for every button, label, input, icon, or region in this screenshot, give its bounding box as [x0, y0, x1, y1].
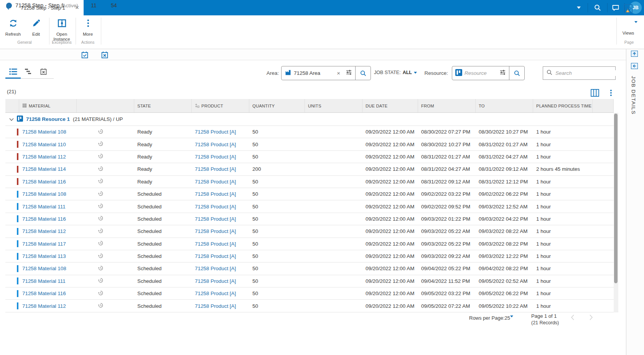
cell [305, 238, 362, 250]
cell [77, 163, 134, 175]
product-link[interactable]: 71258 Product [A] [195, 204, 236, 210]
group-resource-link[interactable]: 71258 Resource 1 [26, 116, 70, 122]
collapse-panel-icon[interactable] [631, 63, 638, 69]
column-header-material[interactable]: MATERIAL [19, 99, 77, 112]
table-row[interactable]: 71258 Material 112Ready71258 Product [A]… [5, 151, 614, 163]
group-row[interactable]: 71258 Resource 1(21 MATERIALS) / UP [5, 113, 614, 126]
product-link[interactable]: 71258 Product [A] [195, 303, 236, 309]
to-cell: 09/02/2022 06:22 PM [476, 188, 533, 200]
column-header-quantity[interactable]: QUANTITY [249, 99, 305, 112]
views-button[interactable] [624, 4, 632, 13]
group-expand-icon[interactable] [9, 116, 14, 123]
column-header-planned-process-time[interactable]: PLANNED PROCESS TIME [533, 99, 593, 112]
table-row[interactable]: 71258 Material 108Scheduled71258 Product… [5, 263, 614, 275]
material-link[interactable]: 71258 Material 111 [22, 204, 66, 210]
material-link[interactable]: 71258 Material 116 [22, 291, 66, 296]
material-link[interactable]: 71258 Material 116 [22, 216, 66, 222]
search-icon[interactable] [593, 3, 602, 12]
scrollbar-thumb[interactable] [614, 114, 618, 283]
material-link[interactable]: 71258 Material 113 [22, 253, 66, 259]
resource-search-button[interactable] [509, 66, 524, 80]
material-link[interactable]: 71258 Material 108 [22, 129, 66, 135]
calendar-view-tab[interactable] [39, 67, 48, 76]
column-chooser-icon[interactable] [590, 88, 600, 98]
table-row[interactable]: 71258 Material 117Scheduled71258 Product… [5, 238, 614, 250]
grid-search-box[interactable] [543, 66, 616, 80]
edit-button[interactable]: Edit [26, 18, 46, 37]
resource-combo[interactable] [452, 66, 525, 80]
resource-input[interactable] [464, 70, 496, 76]
job-details-panel-title: JOB DETAILS [631, 76, 636, 115]
resource-filter-sliders-icon[interactable] [496, 69, 509, 77]
cell [305, 126, 362, 138]
chevron-down-icon[interactable] [574, 3, 583, 12]
material-link[interactable]: 71258 Material 112 [22, 303, 66, 309]
table-row[interactable]: 71258 Material 113Scheduled71258 Product… [5, 250, 614, 263]
column-header-units[interactable]: UNITS [305, 99, 362, 112]
material-link[interactable]: 71258 Material 114 [22, 166, 66, 172]
gantt-view-tab[interactable] [24, 67, 33, 76]
area-filter-sliders-icon[interactable] [343, 69, 355, 77]
area-combo[interactable]: × [281, 66, 371, 80]
table-row[interactable]: 71258 Material 116Ready71258 Product [A]… [5, 176, 614, 188]
area-search-button[interactable] [355, 66, 371, 80]
product-link[interactable]: 71258 Product [A] [195, 228, 236, 234]
area-input[interactable] [294, 70, 334, 76]
open-panel-icon[interactable] [631, 51, 638, 57]
table-row[interactable]: 71258 Material 114Ready71258 Product [A]… [5, 163, 614, 175]
resource-icon [452, 69, 464, 78]
product-link[interactable]: 71258 Product [A] [195, 142, 236, 147]
material-link[interactable]: 71258 Material 116 [22, 179, 66, 185]
list-view-tab[interactable] [8, 67, 18, 76]
table-row[interactable]: 71258 Material 112Scheduled71258 Product… [5, 300, 614, 312]
product-link[interactable]: 71258 Product [A] [195, 191, 236, 197]
table-row[interactable]: 71258 Material 112Scheduled71258 Product… [5, 225, 614, 238]
column-header-state[interactable]: STATE [134, 99, 192, 112]
grid-menu-icon[interactable] [606, 88, 616, 98]
product-link[interactable]: 71258 Product [A] [195, 179, 236, 185]
material-link[interactable]: 71258 Material 112 [22, 228, 66, 234]
grid-search-input[interactable] [555, 70, 623, 76]
material-link[interactable]: 71258 Material 111 [22, 278, 66, 284]
rows-per-page-caret-icon[interactable] [510, 317, 513, 324]
material-link[interactable]: 71258 Material 112 [22, 154, 66, 160]
product-link[interactable]: 71258 Product [A] [195, 266, 236, 271]
column-header-product[interactable]: PRODUCT [192, 99, 249, 112]
state-color-bar [17, 178, 18, 185]
material-link[interactable]: 71258 Material 108 [22, 266, 66, 271]
table-row[interactable]: 71258 Material 116Scheduled71258 Product… [5, 213, 614, 225]
table-row[interactable]: 71258 Material 111Scheduled71258 Product… [5, 275, 614, 287]
quantity-cell: 50 [249, 176, 305, 188]
product-link[interactable]: 71258 Product [A] [195, 129, 236, 135]
next-page-icon[interactable] [588, 314, 595, 321]
quantity-cell: 50 [249, 151, 305, 163]
table-row[interactable]: 71258 Material 108Ready71258 Product [A]… [5, 126, 614, 138]
product-link[interactable]: 71258 Product [A] [195, 253, 236, 259]
column-header-from[interactable]: FROM [418, 99, 476, 112]
pencil-icon [31, 18, 41, 30]
material-link[interactable]: 71258 Material 117 [22, 241, 66, 247]
product-link[interactable]: 71258 Product [A] [195, 154, 236, 160]
material-link[interactable]: 71258 Material 110 [22, 142, 66, 147]
product-link[interactable]: 71258 Product [A] [195, 216, 236, 222]
job-state-filter[interactable]: JOB STATE: ALL [374, 70, 417, 75]
table-row[interactable]: 71258 Material 116Scheduled71258 Product… [5, 287, 614, 300]
product-link[interactable]: 71258 Product [A] [195, 291, 236, 296]
product-link[interactable]: 71258 Product [A] [195, 241, 236, 247]
column-header-due-date[interactable]: DUE DATE [362, 99, 418, 112]
prev-page-icon[interactable] [569, 314, 576, 321]
refresh-button[interactable]: Refresh [3, 18, 23, 37]
product-link[interactable]: 71258 Product [A] [195, 166, 236, 172]
views-dropdown-icon[interactable] [634, 23, 637, 30]
clear-area-icon[interactable]: × [334, 70, 343, 76]
product-link[interactable]: 71258 Product [A] [195, 278, 236, 284]
material-link[interactable]: 71258 Material 108 [22, 191, 66, 197]
open-instance-button[interactable]: Open Instance [49, 18, 74, 41]
rows-per-page[interactable]: Rows per Page:25 [469, 315, 510, 321]
messages-icon[interactable] [611, 3, 620, 12]
more-button[interactable]: More [78, 18, 98, 37]
table-row[interactable]: 71258 Material 108Scheduled71258 Product… [5, 188, 614, 200]
table-row[interactable]: 71258 Material 110Ready71258 Product [A]… [5, 138, 614, 150]
table-row[interactable]: 71258 Material 111Scheduled71258 Product… [5, 200, 614, 213]
column-header-to[interactable]: TO [476, 99, 533, 112]
